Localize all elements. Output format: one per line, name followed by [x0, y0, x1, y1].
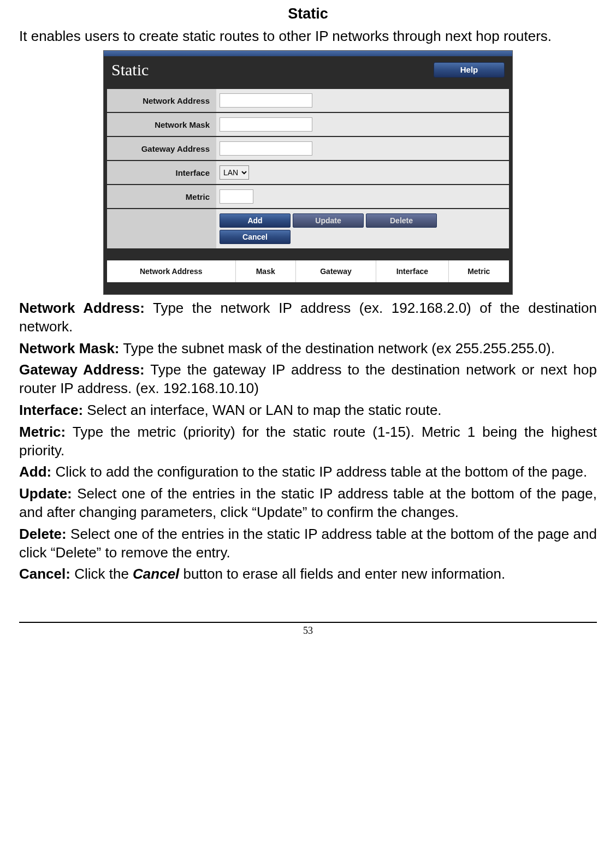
desc-network-mask: Network Mask: Type the subnet mask of th…: [19, 340, 597, 358]
label-network-address: Network Address: [107, 89, 216, 112]
label-buttons-empty: [107, 209, 216, 248]
label-metric: Metric: [107, 185, 216, 208]
desc-delete-label: Delete:: [19, 526, 67, 542]
metric-input[interactable]: [220, 189, 253, 204]
row-interface: Interface LAN: [107, 161, 509, 184]
cell-metric: [216, 185, 509, 208]
panel-title: Static: [111, 61, 149, 79]
th-interface: Interface: [376, 260, 448, 282]
bottom-gap: [107, 282, 509, 289]
desc-interface-label: Interface:: [19, 402, 83, 418]
interface-select[interactable]: LAN: [220, 165, 249, 180]
network-mask-input[interactable]: [220, 117, 312, 132]
desc-metric-label: Metric:: [19, 424, 66, 440]
cell-network-mask: [216, 113, 509, 136]
desc-cancel-label: Cancel:: [19, 566, 70, 582]
table-gap: [107, 248, 509, 260]
desc-network-mask-label: Network Mask:: [19, 340, 120, 356]
cell-gateway-address: [216, 137, 509, 160]
desc-gateway-address: Gateway Address: Type the gateway IP add…: [19, 361, 597, 398]
row-metric: Metric: [107, 185, 509, 208]
desc-interface-text: Select an interface, WAN or LAN to map t…: [83, 402, 442, 418]
form-area: Network Address Network Mask Gateway Add…: [104, 87, 512, 294]
desc-update-label: Update:: [19, 485, 72, 502]
desc-add-label: Add:: [19, 463, 51, 480]
page-footer: 53: [19, 622, 597, 637]
desc-metric-text: Type the metric (priority) for the stati…: [19, 424, 597, 459]
desc-network-address: Network Address: Type the network IP add…: [19, 299, 597, 336]
route-table-header: Network Address Mask Gateway Interface M…: [107, 260, 509, 282]
desc-gateway-address-label: Gateway Address:: [19, 361, 145, 378]
desc-add-text: Click to add the configuration to the st…: [51, 463, 587, 480]
desc-cancel: Cancel: Click the Cancel button to erase…: [19, 565, 597, 584]
desc-metric: Metric: Type the metric (priority) for t…: [19, 423, 597, 460]
desc-interface: Interface: Select an interface, WAN or L…: [19, 401, 597, 420]
update-button[interactable]: Update: [293, 213, 364, 228]
desc-cancel-text-a: Click the: [70, 566, 133, 582]
row-network-mask: Network Mask: [107, 113, 509, 136]
desc-network-mask-text: Type the subnet mask of the destination …: [120, 340, 555, 356]
label-interface: Interface: [107, 161, 216, 184]
network-address-input[interactable]: [220, 93, 312, 108]
delete-button[interactable]: Delete: [366, 213, 437, 228]
cell-interface: LAN: [216, 161, 509, 184]
desc-cancel-text-b: Cancel: [133, 566, 179, 582]
desc-cancel-text-c: button to erase all fields and enter new…: [179, 566, 505, 582]
desc-delete-text: Select one of the entries in the static …: [19, 526, 597, 561]
th-gateway: Gateway: [296, 260, 376, 282]
desc-update-text: Select one of the entries in the static …: [19, 485, 597, 520]
row-network-address: Network Address: [107, 89, 509, 112]
gateway-address-input[interactable]: [220, 141, 312, 156]
intro-text: It enables users to create static routes…: [19, 27, 597, 46]
panel-header: Static Help: [104, 56, 512, 87]
window-titlebar: [104, 51, 512, 56]
row-buttons: Add Update Delete Cancel: [107, 209, 509, 248]
cancel-button[interactable]: Cancel: [220, 230, 291, 244]
desc-delete: Delete: Select one of the entries in the…: [19, 525, 597, 562]
add-button[interactable]: Add: [220, 213, 291, 228]
desc-update: Update: Select one of the entries in the…: [19, 485, 597, 522]
cell-network-address: [216, 89, 509, 112]
th-metric: Metric: [449, 260, 509, 282]
page-title: Static: [19, 5, 597, 22]
desc-add: Add: Click to add the configuration to t…: [19, 463, 597, 482]
router-ui-panel: Static Help Network Address Network Mask…: [103, 50, 513, 295]
row-gateway-address: Gateway Address: [107, 137, 509, 160]
th-network-address: Network Address: [107, 260, 236, 282]
help-button[interactable]: Help: [434, 62, 505, 78]
cell-buttons: Add Update Delete Cancel: [216, 209, 509, 248]
label-gateway-address: Gateway Address: [107, 137, 216, 160]
label-network-mask: Network Mask: [107, 113, 216, 136]
page-number: 53: [303, 625, 313, 636]
th-mask: Mask: [236, 260, 296, 282]
desc-network-address-label: Network Address:: [19, 300, 145, 316]
